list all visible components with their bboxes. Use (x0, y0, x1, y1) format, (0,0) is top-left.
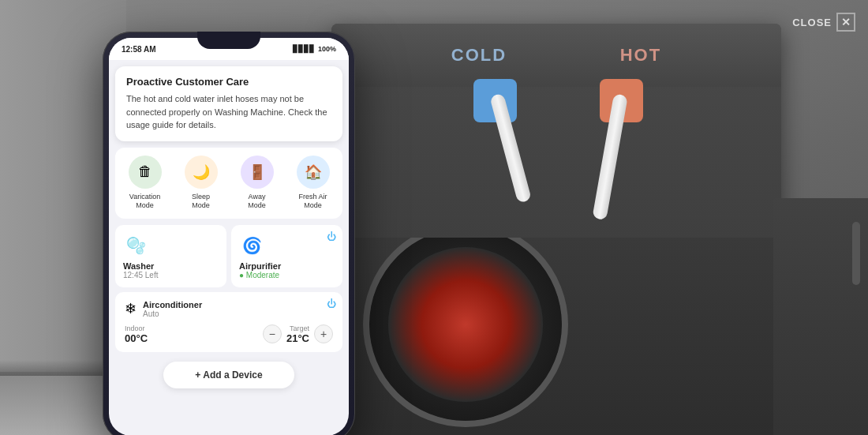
phone-body: 12:58 AM ▊▊▊▊ 100% Proactive Customer Ca… (103, 32, 355, 435)
machine-body (331, 238, 781, 435)
drum-clothes (388, 247, 542, 401)
airpurifier-icon: 🌀 (239, 233, 264, 258)
airconditioner-card[interactable]: ❄ Airconditioner Auto ⏻ Indoor 00°C − (115, 292, 342, 352)
ac-indoor-value: 00°C (125, 332, 148, 344)
notification-body: The hot and cold water inlet hoses may n… (126, 92, 331, 132)
status-time: 12:58 AM (122, 45, 156, 54)
notification-title: Proactive Customer Care (126, 76, 331, 88)
device-cards: 🫧 Washer 12:45 Left ⏻ 🌀 Airpurifier ● Mo… (115, 225, 342, 287)
ac-controls: Indoor 00°C − Target 21°C + (125, 324, 333, 344)
add-device-button[interactable]: + Add a Device (163, 362, 294, 388)
sleep-icon: 🌙 (185, 156, 218, 189)
airpurifier-status: ● Moderate (239, 271, 335, 279)
washer-name: Washer (123, 261, 219, 271)
phone-notch (197, 32, 260, 49)
drum-inner (369, 238, 562, 421)
notification-card: Proactive Customer Care The hot and cold… (115, 66, 342, 141)
ac-mode: Auto (143, 309, 202, 318)
mode-vacation[interactable]: 🗑 VaricationMode (118, 156, 171, 211)
mode-fresh-air-label: Fresh AirMode (298, 193, 327, 211)
mode-fresh-air[interactable]: 🏠 Fresh AirMode (286, 156, 339, 211)
airpurifier-name: Airpurifier (239, 261, 335, 271)
ac-name: Airconditioner (143, 300, 202, 309)
close-button-area[interactable]: CLOSE ✕ (792, 13, 855, 32)
away-icon: 🚪 (241, 156, 274, 189)
add-device-section: + Add a Device (109, 357, 349, 393)
washer-card[interactable]: 🫧 Washer 12:45 Left (115, 225, 226, 287)
ac-plus-btn[interactable]: + (314, 324, 333, 343)
washer-icon: 🫧 (123, 233, 148, 258)
machine-right-handle (852, 222, 860, 285)
mode-sleep-label: SleepMode (192, 193, 210, 211)
ac-indoor-label: Indoor (125, 324, 148, 332)
vacation-icon: 🗑 (129, 156, 162, 189)
ac-minus-btn[interactable]: − (263, 324, 282, 343)
ac-info: ❄ Airconditioner Auto (125, 300, 202, 318)
connector-area (379, 71, 742, 229)
fresh-air-icon: 🏠 (297, 156, 330, 189)
modes-grid: 🗑 VaricationMode 🌙 SleepMode 🚪 AwayMode … (115, 148, 342, 219)
ac-indoor-section: Indoor 00°C (125, 324, 148, 344)
phone: 12:58 AM ▊▊▊▊ 100% Proactive Customer Ca… (103, 32, 355, 435)
close-icon[interactable]: ✕ (836, 13, 855, 32)
hot-hose (592, 93, 628, 220)
phone-screen: 12:58 AM ▊▊▊▊ 100% Proactive Customer Ca… (109, 38, 349, 435)
mode-vacation-label: VaricationMode (129, 193, 160, 211)
ac-icon: ❄ (125, 300, 137, 317)
hot-label: HOT (620, 45, 661, 66)
signal-icon: ▊▊▊▊ (293, 45, 315, 53)
washing-drum (363, 238, 568, 427)
close-label: CLOSE (792, 17, 832, 28)
airpurifier-card[interactable]: ⏻ 🌀 Airpurifier ● Moderate (231, 225, 342, 287)
ac-target-section: − Target 21°C + (263, 324, 333, 344)
cold-label: COLD (451, 45, 507, 66)
mode-away[interactable]: 🚪 AwayMode (230, 156, 283, 211)
machine-right (773, 198, 868, 435)
washer-sub: 12:45 Left (123, 271, 219, 279)
airpurifier-power-btn[interactable]: ⏻ (327, 231, 336, 242)
ac-header: ❄ Airconditioner Auto ⏻ (125, 300, 333, 318)
ac-power-btn[interactable]: ⏻ (327, 298, 336, 309)
mode-sleep[interactable]: 🌙 SleepMode (174, 156, 227, 211)
ac-target-value: 21°C (286, 332, 309, 344)
ac-target-label: Target (286, 324, 309, 332)
mode-away-label: AwayMode (248, 193, 266, 211)
status-icons: ▊▊▊▊ 100% (293, 45, 336, 53)
battery-icon: 100% (318, 45, 336, 53)
